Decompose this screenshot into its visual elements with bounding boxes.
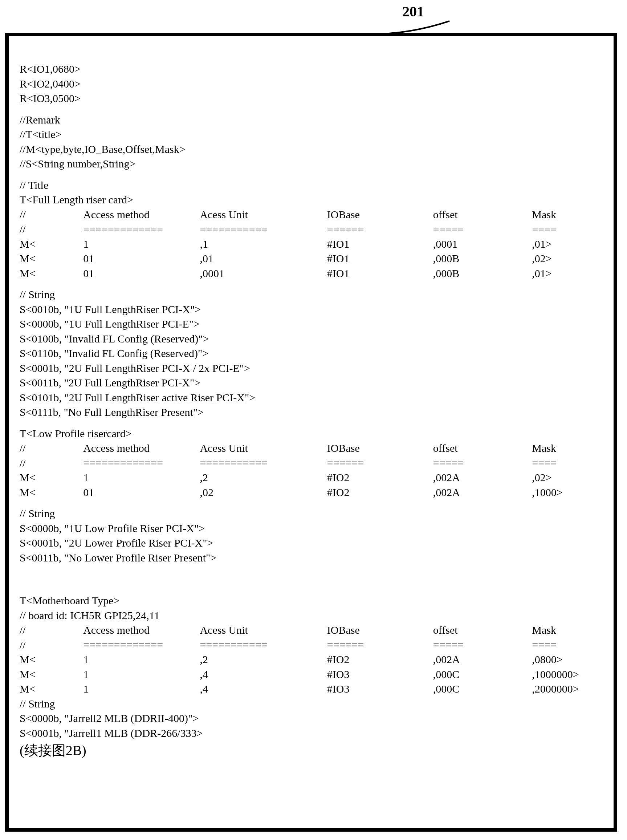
col: 1 [83, 237, 200, 252]
col: Acess Unit [200, 441, 327, 456]
col: #IO1 [327, 266, 433, 281]
col: Access method [83, 441, 200, 456]
col: 1 [83, 682, 200, 697]
col: ====== [327, 456, 433, 471]
col: M< [20, 652, 83, 667]
string-line: S<0011b, "2U Full LengthRiser PCI-X"> [20, 375, 603, 391]
col: ==== [532, 638, 603, 652]
col: ,01> [532, 237, 603, 252]
col: offset [433, 623, 532, 638]
col: ============= [83, 222, 200, 237]
col: ,002A [433, 652, 532, 667]
col: ===== [433, 456, 532, 471]
table-sep: // ============= =========== ====== ====… [20, 638, 603, 652]
table-row: M< 1 ,2 #IO2 ,002A ,0800> [20, 652, 603, 667]
col: M< [20, 667, 83, 682]
table-row: M< 01 ,01 #IO1 ,000B ,02> [20, 251, 603, 266]
col: ,000C [433, 667, 532, 682]
col: M< [20, 470, 83, 485]
title-header: // Title [20, 178, 603, 193]
table-row: M< 1 ,2 #IO2 ,002A ,02> [20, 470, 603, 485]
col: // [20, 623, 83, 638]
col: IOBase [327, 207, 433, 222]
col: ============= [83, 638, 200, 652]
table-row: M< 1 ,4 #IO3 ,000C ,2000000> [20, 682, 603, 697]
col: ,02> [532, 470, 603, 485]
col: ==== [532, 456, 603, 471]
col: ===== [433, 638, 532, 652]
remark-line: //M<type,byte,IO_Base,Offset,Mask> [20, 142, 603, 157]
col: offset [433, 207, 532, 222]
col: Mask [532, 441, 603, 456]
col: #IO1 [327, 251, 433, 266]
col: #IO2 [327, 470, 433, 485]
col: ,01> [532, 266, 603, 281]
col: Mask [532, 623, 603, 638]
table-sep: // ============= =========== ====== ====… [20, 456, 603, 471]
col: 01 [83, 485, 200, 500]
col: #IO3 [327, 682, 433, 697]
col: ,000B [433, 266, 532, 281]
remark-line: //S<String number,String> [20, 156, 603, 172]
col: 1 [83, 652, 200, 667]
string-line: S<0001b, "Jarrell1 MLB (DDR-266/333> [20, 726, 603, 741]
string-line: S<0110b, "Invalid FL Config (Reserved)"> [20, 346, 603, 361]
col: #IO3 [327, 667, 433, 682]
col: ,2000000> [532, 682, 603, 697]
table1: // Access method Acess Unit IOBase offse… [20, 207, 603, 281]
col: // [20, 456, 83, 471]
string-line: S<0001b, "2U Lower Profile Riser PCI-X"> [20, 536, 603, 550]
string-line: S<0000b, "Jarrell2 MLB (DDRII-400)"> [20, 711, 603, 726]
table-row: M< 01 ,02 #IO2 ,002A ,1000> [20, 485, 603, 500]
col: Acess Unit [200, 623, 327, 638]
col: M< [20, 485, 83, 500]
col: ,2 [200, 470, 327, 485]
table3-title: T<Motherboard Type> [20, 593, 603, 608]
table-header: // Access method Acess Unit IOBase offse… [20, 623, 603, 638]
table-row: M< 01 ,0001 #IO1 ,000B ,01> [20, 266, 603, 281]
col: // [20, 222, 83, 237]
col: // [20, 207, 83, 222]
col: ,4 [200, 667, 327, 682]
table-header: // Access method Acess Unit IOBase offse… [20, 207, 603, 222]
col: ,2 [200, 652, 327, 667]
col: ====== [327, 222, 433, 237]
col: M< [20, 251, 83, 266]
col: 1 [83, 470, 200, 485]
col: offset [433, 441, 532, 456]
col: ,002A [433, 485, 532, 500]
col: ,000B [433, 251, 532, 266]
col: ,1 [200, 237, 327, 252]
table3: // Access method Acess Unit IOBase offse… [20, 623, 603, 697]
col: // [20, 638, 83, 652]
string-line: S<0011b, "No Lower Profile Riser Present… [20, 550, 603, 566]
strings-header: // String [20, 287, 603, 302]
col: ,0001 [433, 237, 532, 252]
col: 01 [83, 251, 200, 266]
col: ===== [433, 222, 532, 237]
col: ============= [83, 456, 200, 471]
remark-line: //T<title> [20, 127, 603, 142]
table-row: M< 1 ,1 #IO1 ,0001 ,01> [20, 237, 603, 252]
string-line: S<0001b, "2U Full LengthRiser PCI-X / 2x… [20, 361, 603, 376]
string-line: S<0000b, "1U Full LengthRiser PCI-E"> [20, 317, 603, 332]
col: ====== [327, 638, 433, 652]
col: ,02> [532, 251, 603, 266]
col: 1 [83, 667, 200, 682]
col: M< [20, 266, 83, 281]
table2: // Access method Acess Unit IOBase offse… [20, 441, 603, 500]
col: Access method [83, 623, 200, 638]
col: =========== [200, 456, 327, 471]
table2-title: T<Low Profile risercard> [20, 426, 603, 441]
col: ,000C [433, 682, 532, 697]
table3-subtitle: // board id: ICH5R GPI25,24,11 [20, 608, 603, 623]
col: ,4 [200, 682, 327, 697]
col: ,0800> [532, 652, 603, 667]
col: ,1000000> [532, 667, 603, 682]
col: M< [20, 237, 83, 252]
col: Acess Unit [200, 207, 327, 222]
strings-header: // String [20, 697, 603, 711]
col: ,01 [200, 251, 327, 266]
remark-header: //Remark [20, 113, 603, 128]
col: #IO2 [327, 652, 433, 667]
